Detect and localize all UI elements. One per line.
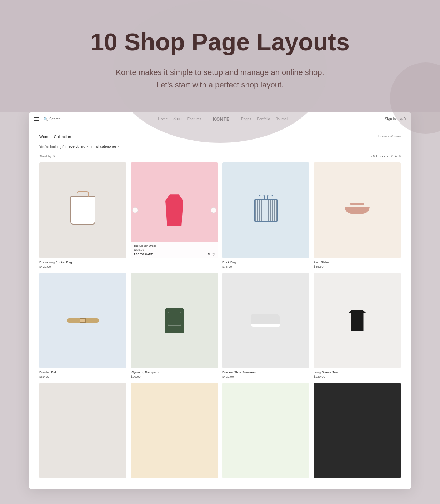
product-card[interactable]: Bracker Slide Sneakers $420,00 (222, 273, 309, 378)
product-image (222, 273, 309, 368)
page-title: Woman Collection (39, 135, 71, 139)
product-price: $75,90 (222, 265, 309, 268)
product-price: $420,00 (39, 265, 126, 268)
product-grid: Drawstring Bucket Bag $420,00 ‹ › The Sl… (39, 162, 401, 480)
product-image (314, 273, 401, 368)
filter-category: all categories (96, 145, 117, 148)
hero-subtitle: Konte makes it simple to setup and manag… (7, 66, 433, 91)
sort-label: Short by (39, 155, 51, 158)
wishlist-icon[interactable]: ♡ (212, 253, 215, 256)
backpack-illustration (165, 308, 184, 333)
product-name: Wyoming Backpack (131, 371, 218, 374)
breadcrumb-home[interactable]: Home (378, 135, 387, 138)
filter-prefix: You're looking for (39, 145, 67, 149)
bag-illustration (70, 196, 95, 225)
tote-illustration (254, 199, 278, 222)
product-card[interactable] (131, 383, 218, 480)
product-image (39, 383, 126, 478)
shop-content: Woman Collection Home › Woman You're loo… (29, 126, 411, 489)
product-name: Bracker Slide Sneakers (222, 371, 309, 374)
grid-options: 2 4 6 (391, 154, 401, 158)
add-to-cart-button[interactable]: ADD TO CART (134, 253, 153, 256)
product-image: ‹ › The Slouch Dress $215,90 ADD TO CART… (131, 162, 218, 258)
browser-wrapper: 🔍 Search Home Shop Features KONTE Pages … (0, 112, 440, 504)
dress-illustration (165, 194, 183, 226)
product-image (39, 273, 126, 368)
hamburger-menu[interactable] (34, 117, 39, 121)
search-icon: 🔍 (44, 117, 48, 121)
breadcrumb: Home › Woman (378, 135, 401, 138)
chevron-down-icon: ∨ (86, 145, 89, 148)
product-name: Long Sleeve Tee (314, 371, 401, 374)
quick-view-icon[interactable]: 👁 (208, 253, 211, 256)
product-image (131, 383, 218, 478)
filter-keyword-dropdown[interactable]: everything ∨ (69, 145, 89, 149)
sneaker-illustration (251, 314, 280, 327)
search-bar[interactable]: 🔍 Search (44, 117, 61, 121)
grid-opt-2[interactable]: 2 (391, 154, 393, 158)
search-label: Search (49, 117, 61, 121)
sign-in-link[interactable]: Sign in (385, 117, 396, 121)
belt-illustration (67, 318, 99, 323)
product-image (222, 383, 309, 478)
page-title-area: Woman Collection (39, 135, 71, 139)
products-count: 48 Products (371, 155, 388, 158)
product-card[interactable] (314, 383, 401, 480)
filter-category-dropdown[interactable]: all categories ∨ (96, 145, 120, 149)
product-image (314, 162, 401, 258)
product-price: $69,90 (39, 375, 126, 378)
product-name: Duck Bag (222, 261, 309, 264)
grid-opt-6[interactable]: 6 (399, 154, 401, 158)
product-price: $90,00 (131, 375, 218, 378)
carousel-prev-button[interactable]: ‹ (132, 207, 138, 213)
sandal-illustration (345, 207, 370, 214)
product-price: $420,00 (222, 375, 309, 378)
sort-left: Short by ∨ (39, 155, 55, 158)
product-name: Braided Belt (39, 371, 126, 374)
product-card[interactable]: Drawstring Bucket Bag $420,00 (39, 162, 126, 268)
product-image (314, 383, 401, 478)
chevron-down-icon-2: ∨ (118, 145, 120, 148)
product-card[interactable] (39, 383, 126, 480)
filter-bar: You're looking for everything ∨ in all c… (39, 145, 401, 149)
overlay-product-price: $215,90 (134, 248, 215, 251)
carousel-next-button[interactable]: › (211, 207, 216, 213)
overlay-actions: ADD TO CART 👁 ♡ (134, 253, 215, 256)
hero-title: 10 Shop Page Layouts (7, 29, 433, 55)
product-price: $120,00 (314, 375, 401, 378)
browser-window: 🔍 Search Home Shop Features KONTE Pages … (29, 112, 411, 489)
sort-bar: Short by ∨ 48 Products 2 4 6 (39, 154, 401, 158)
product-image (131, 273, 218, 368)
hero-section: 10 Shop Page Layouts Konte makes it simp… (0, 0, 440, 112)
product-card[interactable] (222, 383, 309, 480)
product-card[interactable]: Alex Slides $45,50 (314, 162, 401, 268)
filter-keyword: everything (69, 145, 85, 148)
overlay-product-name: The Slouch Dress (134, 244, 215, 247)
breadcrumb-current: Woman (390, 135, 401, 138)
sort-chevron-icon: ∨ (53, 155, 55, 158)
overlay-icons: 👁 ♡ (208, 253, 215, 256)
product-image (222, 162, 309, 258)
sort-right: 48 Products 2 4 6 (371, 154, 401, 158)
product-overlay: The Slouch Dress $215,90 ADD TO CART 👁 ♡ (131, 242, 218, 258)
product-card[interactable]: ‹ › The Slouch Dress $215,90 ADD TO CART… (131, 162, 218, 268)
product-card[interactable]: Long Sleeve Tee $120,00 (314, 273, 401, 378)
product-card[interactable]: Duck Bag $75,90 (222, 162, 309, 268)
grid-opt-4[interactable]: 4 (395, 154, 397, 158)
product-image (39, 162, 126, 258)
product-name: Drawstring Bucket Bag (39, 261, 126, 264)
product-card[interactable]: Braided Belt $69,90 (39, 273, 126, 378)
product-card[interactable]: Wyoming Backpack $90,00 (131, 273, 218, 378)
product-name: Alex Slides (314, 261, 401, 264)
filter-in: in (91, 145, 94, 149)
product-price: $45,50 (314, 265, 401, 268)
tee-illustration (348, 310, 366, 331)
